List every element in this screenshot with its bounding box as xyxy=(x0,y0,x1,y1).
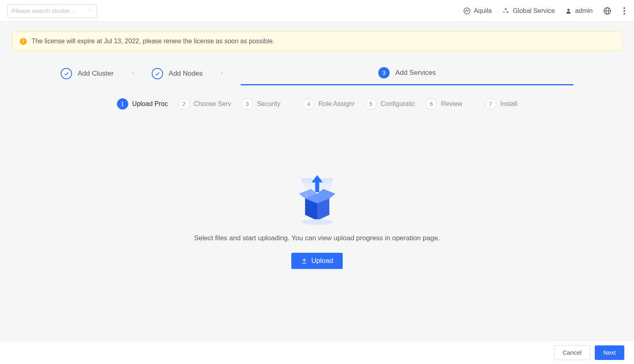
substep-label: Upload Proc xyxy=(132,100,168,108)
license-alert: ! The license will expire at Jul 13, 202… xyxy=(12,32,622,51)
user-menu[interactable]: admin xyxy=(565,7,593,15)
footer: Cancel Next xyxy=(0,341,634,364)
substeps: 1 Upload Proc 2 Choose Serv 3 Security 4… xyxy=(12,98,622,110)
wizard-steps: Add Cluster Add Nodes 3 Add Services xyxy=(12,67,622,85)
cluster-dots-icon xyxy=(502,7,509,15)
content: ! The license will expire at Jul 13, 202… xyxy=(0,22,634,269)
global-service-link[interactable]: Global Service xyxy=(502,7,555,15)
check-icon xyxy=(152,68,163,79)
aquila-label: Aquila xyxy=(474,7,492,15)
svg-point-15 xyxy=(302,219,333,225)
chevron-down-icon xyxy=(88,8,93,14)
upload-box-icon xyxy=(289,174,346,227)
substep-number: 2 xyxy=(178,98,190,110)
header-right: Aquila Global Service admin xyxy=(463,6,627,16)
globe-icon xyxy=(603,7,611,15)
aquila-link[interactable]: Aquila xyxy=(463,7,492,15)
wizard-step-add-services[interactable]: 3 Add Services xyxy=(241,67,573,85)
substep-label: Configuratic xyxy=(381,100,415,108)
substep-number: 3 xyxy=(242,98,253,110)
substep-number: 7 xyxy=(485,98,496,110)
wizard-step-label: Add Cluster xyxy=(78,70,114,78)
substep-label: Role Assignr xyxy=(318,100,355,108)
user-label: admin xyxy=(575,7,593,15)
search-placeholder: Please search cluster ... xyxy=(12,7,76,14)
substep-number: 1 xyxy=(117,98,128,110)
cluster-search-select[interactable]: Please search cluster ... xyxy=(7,4,97,18)
substep-label: Security xyxy=(257,100,280,108)
substep-configuration[interactable]: 5 Configuratic xyxy=(362,98,418,110)
wizard-step-label: Add Services xyxy=(395,69,436,77)
upload-area: Select files and start uploading. You ca… xyxy=(12,174,622,269)
cancel-button[interactable]: Cancel xyxy=(554,345,590,360)
substep-role-assign[interactable]: 4 Role Assignr xyxy=(300,98,358,110)
substep-install[interactable]: 7 Install xyxy=(482,98,521,110)
user-icon xyxy=(565,8,572,14)
more-menu-icon[interactable] xyxy=(622,6,627,16)
wizard-step-add-nodes[interactable]: Add Nodes xyxy=(152,68,203,85)
substep-number: 6 xyxy=(426,98,437,110)
substep-number: 4 xyxy=(303,98,314,110)
substep-review[interactable]: 6 Review xyxy=(422,98,465,110)
wizard-step-add-cluster[interactable]: Add Cluster xyxy=(61,68,114,85)
global-service-label: Global Service xyxy=(513,7,555,15)
step-number-icon: 3 xyxy=(378,67,390,78)
chevron-right-icon xyxy=(114,69,152,83)
upload-instruction: Select files and start uploading. You ca… xyxy=(194,234,440,242)
svg-point-2 xyxy=(503,11,505,13)
language-button[interactable] xyxy=(603,7,611,15)
alert-text: The license will expire at Jul 13, 2022,… xyxy=(32,38,274,45)
chevron-right-icon xyxy=(203,69,241,83)
upload-button-label: Upload xyxy=(312,257,333,265)
svg-point-3 xyxy=(507,11,509,13)
svg-point-4 xyxy=(568,8,570,11)
substep-label: Review xyxy=(441,100,462,108)
substep-label: Choose Serv xyxy=(194,100,231,108)
substep-choose-service[interactable]: 2 Choose Serv xyxy=(175,98,235,110)
substep-label: Install xyxy=(500,100,517,108)
substep-upload[interactable]: 1 Upload Proc xyxy=(114,98,171,110)
upload-button[interactable]: Upload xyxy=(291,253,343,269)
substep-security[interactable]: 3 Security xyxy=(238,98,284,110)
svg-point-1 xyxy=(505,8,507,10)
header: Please search cluster ... Aquila Global … xyxy=(0,0,634,22)
aquila-icon xyxy=(463,7,471,15)
upload-icon xyxy=(301,258,307,264)
substep-number: 5 xyxy=(365,98,377,110)
check-icon xyxy=(61,68,72,79)
warning-icon: ! xyxy=(20,38,27,45)
wizard-step-label: Add Nodes xyxy=(169,70,203,78)
next-button[interactable]: Next xyxy=(595,345,624,360)
